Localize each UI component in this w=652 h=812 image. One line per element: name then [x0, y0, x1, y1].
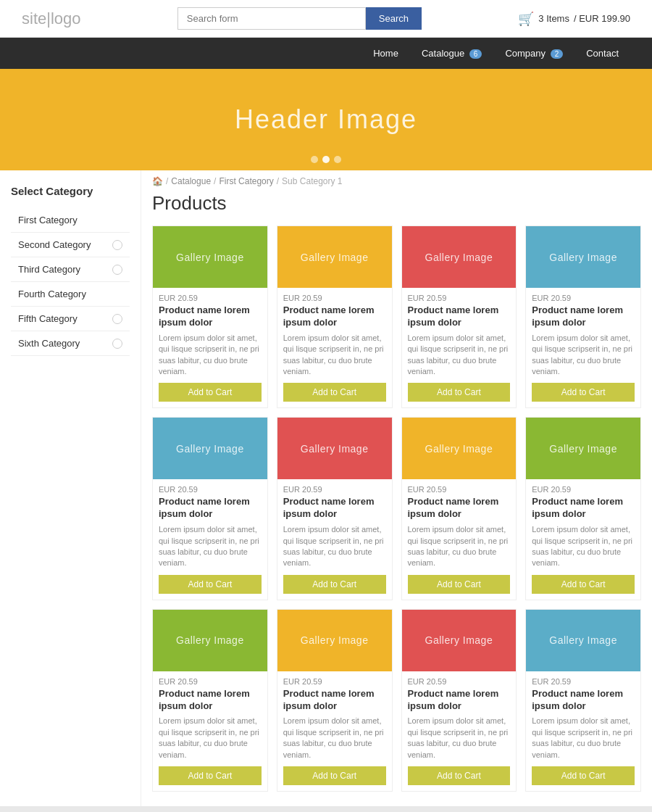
add-to-cart-10[interactable]: Add to Cart — [408, 766, 511, 785]
sidebar-item-sixth[interactable]: Sixth Category — [11, 331, 130, 356]
nav-home[interactable]: Home — [361, 38, 410, 69]
product-desc-0: Lorem ipsum dolor sit amet, qui lisque s… — [159, 333, 262, 378]
product-card-9: Gallery Image EUR 20.59 Product name lor… — [277, 609, 393, 792]
product-image-1: Gallery Image — [277, 226, 392, 288]
product-price-0: EUR 20.59 — [159, 294, 262, 302]
product-image-7: Gallery Image — [526, 418, 640, 479]
main-container: Header Image Select Category First Categ… — [0, 69, 652, 806]
product-image-5: Gallery Image — [277, 418, 392, 479]
product-price-8: EUR 20.59 — [159, 677, 262, 686]
product-image-10: Gallery Image — [402, 610, 517, 671]
product-image-11: Gallery Image — [526, 610, 640, 671]
add-to-cart-3[interactable]: Add to Cart — [532, 383, 635, 402]
search-input[interactable] — [177, 7, 366, 30]
sidebar-item-fourth[interactable]: Fourth Category — [11, 282, 130, 307]
search-button[interactable]: Search — [366, 7, 422, 30]
cart-items: 3 Items — [538, 13, 569, 24]
product-info-6: EUR 20.59 Product name lorem ipsum dolor… — [402, 479, 517, 599]
sidebar-label-third: Third Category — [18, 264, 80, 275]
sidebar-dot-third — [112, 265, 122, 275]
sidebar-label-second: Second Category — [18, 239, 91, 250]
banner-dots — [311, 156, 341, 163]
product-desc-11: Lorem ipsum dolor sit amet, qui lisque s… — [532, 716, 635, 761]
add-to-cart-5[interactable]: Add to Cart — [283, 575, 386, 594]
sidebar-title: Select Category — [11, 185, 130, 197]
add-to-cart-2[interactable]: Add to Cart — [408, 383, 511, 402]
product-info-11: EUR 20.59 Product name lorem ipsum dolor… — [526, 671, 640, 791]
breadcrumb-home-icon: 🏠 — [152, 176, 163, 186]
product-info-9: EUR 20.59 Product name lorem ipsum dolor… — [277, 671, 392, 791]
sidebar-item-first[interactable]: First Category — [11, 208, 130, 233]
product-card-1: Gallery Image EUR 20.59 Product name lor… — [277, 225, 393, 408]
product-card-11: Gallery Image EUR 20.59 Product name lor… — [525, 609, 641, 792]
nav-bar: Home Catalogue 6 Company 2 Contact — [0, 38, 652, 69]
nav-contact[interactable]: Contact — [574, 38, 630, 69]
add-to-cart-0[interactable]: Add to Cart — [159, 383, 262, 402]
sidebar-label-sixth: Sixth Category — [18, 338, 80, 349]
banner-dot-1[interactable] — [311, 156, 318, 163]
product-price-3: EUR 20.59 — [532, 294, 635, 302]
product-price-1: EUR 20.59 — [283, 294, 386, 302]
product-price-10: EUR 20.59 — [408, 677, 511, 686]
cart-icon: 🛒 — [518, 11, 534, 27]
breadcrumb-first-category[interactable]: First Category — [219, 176, 273, 186]
product-name-11: Product name lorem ipsum dolor — [532, 688, 635, 713]
add-to-cart-6[interactable]: Add to Cart — [408, 575, 511, 594]
breadcrumb-catalogue[interactable]: Catalogue — [171, 176, 211, 186]
breadcrumb-sep2: / — [214, 176, 216, 186]
product-price-7: EUR 20.59 — [532, 485, 635, 494]
product-desc-10: Lorem ipsum dolor sit amet, qui lisque s… — [408, 716, 511, 761]
sidebar-label-first: First Category — [18, 215, 78, 225]
product-image-6: Gallery Image — [402, 418, 517, 479]
sidebar-dot-fifth — [112, 314, 122, 324]
product-image-3: Gallery Image — [526, 226, 640, 288]
product-info-3: EUR 20.59 Product name lorem ipsum dolor… — [526, 288, 640, 407]
product-image-9: Gallery Image — [277, 610, 392, 671]
product-desc-4: Lorem ipsum dolor sit amet, qui lisque s… — [159, 524, 262, 569]
products-area: 🏠 / Catalogue / First Category / Sub Cat… — [141, 170, 652, 806]
product-grid: Gallery Image EUR 20.59 Product name lor… — [152, 225, 641, 792]
product-name-5: Product name lorem ipsum dolor — [283, 496, 386, 521]
add-to-cart-7[interactable]: Add to Cart — [532, 575, 635, 594]
breadcrumb: 🏠 / Catalogue / First Category / Sub Cat… — [152, 170, 641, 192]
logo-logo: logo — [51, 9, 81, 28]
product-name-7: Product name lorem ipsum dolor — [532, 496, 635, 521]
sidebar-item-second[interactable]: Second Category — [11, 233, 130, 257]
product-card-7: Gallery Image EUR 20.59 Product name lor… — [525, 417, 641, 600]
content-area: Select Category First Category Second Ca… — [0, 170, 652, 806]
product-card-0: Gallery Image EUR 20.59 Product name lor… — [152, 225, 268, 408]
product-desc-6: Lorem ipsum dolor sit amet, qui lisque s… — [408, 524, 511, 569]
product-info-0: EUR 20.59 Product name lorem ipsum dolor… — [153, 288, 267, 407]
company-badge: 2 — [551, 49, 564, 59]
nav-company[interactable]: Company 2 — [493, 38, 574, 69]
product-image-4: Gallery Image — [153, 418, 267, 479]
header-banner: Header Image — [0, 69, 652, 170]
product-desc-3: Lorem ipsum dolor sit amet, qui lisque s… — [532, 333, 635, 378]
nav-catalogue[interactable]: Catalogue 6 — [410, 38, 493, 69]
product-info-8: EUR 20.59 Product name lorem ipsum dolor… — [153, 671, 267, 791]
add-to-cart-4[interactable]: Add to Cart — [159, 575, 262, 594]
product-desc-1: Lorem ipsum dolor sit amet, qui lisque s… — [283, 333, 386, 378]
product-info-1: EUR 20.59 Product name lorem ipsum dolor… — [277, 288, 392, 407]
product-name-6: Product name lorem ipsum dolor — [408, 496, 511, 521]
product-desc-5: Lorem ipsum dolor sit amet, qui lisque s… — [283, 524, 386, 569]
product-card-2: Gallery Image EUR 20.59 Product name lor… — [401, 225, 517, 408]
product-price-5: EUR 20.59 — [283, 485, 386, 494]
cart-area[interactable]: 🛒 3 Items / EUR 199.90 — [518, 11, 630, 27]
add-to-cart-9[interactable]: Add to Cart — [283, 766, 386, 785]
sidebar: Select Category First Category Second Ca… — [0, 170, 141, 806]
sidebar-item-fifth[interactable]: Fifth Category — [11, 307, 130, 331]
sidebar-item-third[interactable]: Third Category — [11, 257, 130, 282]
product-card-10: Gallery Image EUR 20.59 Product name lor… — [401, 609, 517, 792]
banner-dot-2[interactable] — [322, 156, 330, 163]
product-desc-8: Lorem ipsum dolor sit amet, qui lisque s… — [159, 716, 262, 761]
add-to-cart-8[interactable]: Add to Cart — [159, 766, 262, 785]
product-price-6: EUR 20.59 — [408, 485, 511, 494]
add-to-cart-11[interactable]: Add to Cart — [532, 766, 635, 785]
site-logo: site|logo — [22, 9, 81, 28]
add-to-cart-1[interactable]: Add to Cart — [283, 383, 386, 402]
banner-dot-3[interactable] — [334, 156, 341, 163]
product-desc-7: Lorem ipsum dolor sit amet, qui lisque s… — [532, 524, 635, 569]
breadcrumb-sub-category: Sub Category 1 — [282, 176, 342, 186]
sidebar-dot-sixth — [112, 339, 122, 349]
